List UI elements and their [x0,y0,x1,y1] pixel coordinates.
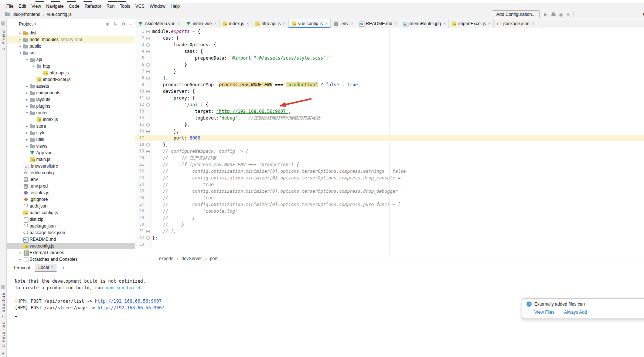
fold-marker-icon[interactable] [146,123,150,127]
tree-item-gitignore[interactable]: .gitignore [7,196,135,203]
new-terminal-icon[interactable]: + [62,265,65,271]
menu-item-help[interactable]: Help [168,4,183,9]
menu-item-file[interactable]: File [4,4,16,9]
fold-marker-icon[interactable] [146,150,150,153]
tree-item-env-prod[interactable]: .env.prod [7,183,135,189]
breadcrumb-file[interactable]: vue.config.js [46,12,72,17]
breadcrumb-exports[interactable]: exports [159,256,173,261]
tab-index-vue[interactable]: index.vue× [183,19,219,28]
tree-item-plugins[interactable]: ▸plugins [7,103,135,110]
terminal-link[interactable]: http://192.168.66.56:9007 [98,305,164,310]
menu-item-window[interactable]: Window [147,4,168,9]
tree-item-app-vue[interactable]: App.vue [7,149,135,156]
tree-item-readme-md[interactable]: README.md [7,236,135,243]
close-icon[interactable]: × [214,21,217,26]
tree-item-assets[interactable]: ▸assets [7,83,135,90]
menu-item-vcs[interactable]: VCS [133,4,147,9]
debug-icon[interactable] [552,12,555,16]
tab-vue-config-js[interactable]: vue.config.js× [289,19,331,28]
tree-item-src[interactable]: ▾src [7,50,135,56]
close-icon[interactable]: × [51,265,53,270]
close-icon[interactable]: × [325,21,328,26]
fold-marker-icon[interactable] [146,30,150,33]
tree-item-external-libraries[interactable]: ▸External Libraries [7,249,135,256]
fold-marker-icon[interactable] [146,97,150,100]
tab-asidemenu-vue[interactable]: AsideMenu.vue× [135,19,183,28]
locate-file-icon[interactable] [106,21,109,27]
menu-item-edit[interactable]: Edit [16,4,29,9]
favorites-star-icon[interactable]: ★ [1,351,5,356]
menu-item-code[interactable]: Code [66,4,82,9]
run-icon[interactable] [544,11,547,17]
fold-marker-icon[interactable] [146,143,150,146]
close-icon[interactable]: × [283,21,286,26]
tab-http-api-js[interactable]: http-api.js× [252,19,289,28]
tab-env[interactable]: .env× [331,19,357,28]
project-toolwindow-icon[interactable] [1,21,5,26]
tree-item-babel-config-js[interactable]: babel.config.js [7,209,135,216]
menu-item-tools[interactable]: Tools [117,4,133,9]
tree-item-public[interactable]: ▸public [7,43,135,50]
tree-item-store[interactable]: ▸store [7,123,135,129]
close-icon[interactable]: × [178,21,180,26]
close-icon[interactable]: × [443,21,446,26]
hide-panel-icon[interactable] [129,21,132,27]
profiler-icon[interactable] [559,11,563,17]
tree-item-http-api-js[interactable]: http-api.js [7,70,135,76]
tree-item-vue-config-js[interactable]: vue.config.js [7,243,135,249]
close-icon[interactable]: × [246,21,249,26]
collapse-all-icon[interactable] [113,21,117,27]
tree-item-eslintrc-js[interactable]: .eslintrc.js [7,189,135,196]
tree-item-http[interactable]: ▾http [7,63,135,70]
tree-item-node-modules[interactable]: ▸node_moduleslibrary root [7,36,135,43]
close-icon[interactable]: × [488,21,491,26]
stop-icon[interactable] [567,11,569,17]
menu-item-run[interactable]: Run [104,4,117,9]
tree-item-views[interactable]: ▸views [7,143,135,149]
close-icon[interactable]: × [351,21,353,26]
always-add-link[interactable]: Always Add [564,310,587,315]
tree-item-style[interactable]: ▸style [7,129,135,136]
tab-importexcel-js[interactable]: importExcel.js× [449,19,494,28]
menu-item-navigate[interactable]: Navigate [44,4,66,9]
tree-item-scratches-and-consoles[interactable]: ▸Scratches and Consoles [7,256,135,263]
menu-item-view[interactable]: View [29,4,44,9]
tab-menurouter-jpg[interactable]: menuRouter.jpg× [400,19,449,28]
tree-item-editorconfig[interactable]: .editorconfig [7,169,135,176]
tree-item-browserslistrc[interactable]: .browserslistrc [7,163,135,169]
tree-item-api[interactable]: ▾api [7,56,135,63]
tree-item-index-js[interactable]: index.js [7,116,135,123]
terminal-link[interactable]: http://192.168.66.56:9007 [95,299,162,304]
terminal-tab-local[interactable]: Local × [35,264,57,272]
breadcrumb-devserver[interactable]: devServer [181,256,202,261]
tree-item-package-json[interactable]: package.json [7,223,135,229]
fold-marker-icon[interactable] [146,103,150,107]
menu-item-refactor[interactable]: Refactor [82,4,104,9]
tab-index-js[interactable]: index.js× [219,19,252,28]
structure-toolwindow-icon[interactable] [1,285,5,289]
stripe-favorites-button[interactable]: 2: Favorites [1,322,6,347]
url-link[interactable]: 'http://192.168.66.56:9007' [216,109,288,114]
code-editor[interactable]: 1module.exports = {2 css: {3 loaderOptio… [135,28,644,255]
stripe-structure-button[interactable]: 7: Structure [1,293,6,318]
tree-item-main-js[interactable]: main.js [7,156,135,163]
close-icon[interactable]: × [532,21,534,26]
tree-item-package-lock-json[interactable]: package-lock.json [7,229,135,236]
tree-item-layouts[interactable]: ▸layouts [7,96,135,103]
fold-marker-icon[interactable] [146,230,150,233]
tree-item-env[interactable]: .env [7,176,135,183]
fold-marker-icon[interactable] [146,50,150,53]
add-configuration-button[interactable]: Add Configuration... [492,10,540,18]
tree-item-components[interactable]: ▸components [7,90,135,96]
fold-marker-icon[interactable] [146,63,150,67]
settings-gear-icon[interactable] [121,21,125,27]
tree-item-importexcel-js[interactable]: importExcel.js [7,76,135,83]
tree-item-auth-json[interactable]: auth.json [7,203,135,209]
tab-readme-md[interactable]: README.md× [356,19,400,28]
chevron-down-icon[interactable]: ▾ [34,22,36,26]
fold-marker-icon[interactable] [146,77,150,80]
close-icon[interactable]: × [395,21,397,26]
view-files-link[interactable]: View Files [534,310,554,315]
tree-item-dist-zip[interactable]: dist.zip [7,216,135,223]
fold-marker-icon[interactable] [146,90,150,93]
